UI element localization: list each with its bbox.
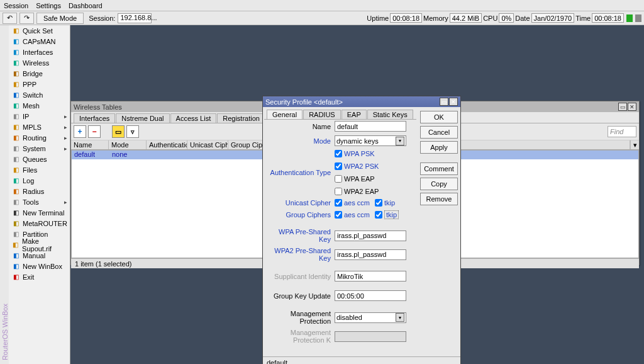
input-wpa2-psk[interactable]: [335, 249, 406, 260]
menu-settings[interactable]: Settings: [36, 2, 61, 9]
sidebar-item-make-supout.rif[interactable]: ◧Make Supout.rif: [9, 239, 70, 250]
tab-radius[interactable]: RADIUS: [303, 110, 341, 119]
cpu-label: CPU: [483, 14, 497, 22]
sidebar-item-files[interactable]: ◧Files: [9, 164, 70, 175]
th-auth[interactable]: Authenticatio...: [147, 140, 187, 149]
chevron-right-icon: ▸: [64, 113, 67, 120]
sidebar-item-wireless[interactable]: ◧Wireless: [9, 57, 70, 68]
tab-statickeys[interactable]: Static Keys: [367, 110, 413, 119]
label-mode: Mode: [267, 137, 335, 145]
sidebar-item-metarouter[interactable]: ◧MetaROUTER: [9, 218, 70, 229]
sidebar-item-radius[interactable]: ◧Radius: [9, 186, 70, 196]
menu-dashboard[interactable]: Dashboard: [69, 2, 103, 9]
tab-eap[interactable]: EAP: [341, 110, 367, 119]
session-box: Session: 192.168.8...: [89, 13, 152, 23]
sidebar-item-bridge[interactable]: ◧Bridge: [9, 68, 70, 79]
sidebar-item-interfaces[interactable]: ◧Interfaces: [9, 47, 70, 57]
tab-registration[interactable]: Registration: [217, 113, 265, 123]
ok-button[interactable]: OK: [420, 111, 458, 123]
safemode-button[interactable]: Safe Mode: [36, 13, 84, 24]
add-button[interactable]: +: [74, 125, 86, 138]
menu-session[interactable]: Session: [4, 2, 28, 9]
cell-mode: none: [109, 151, 147, 159]
chk-tkip-uc[interactable]: tkip: [375, 199, 395, 207]
chk-wpa-eap[interactable]: WPA EAP: [335, 175, 375, 183]
remove-button[interactable]: Remove: [420, 193, 458, 205]
sidebar-item-routing[interactable]: ◧Routing▸: [9, 132, 70, 143]
input-wpa-psk[interactable]: [335, 230, 406, 241]
time-label: Time: [575, 14, 591, 22]
sidebar-item-system[interactable]: ◧System▸: [9, 143, 70, 154]
input-name[interactable]: [335, 121, 406, 132]
sidebar-item-ip[interactable]: ◧IP▸: [9, 111, 70, 122]
date-value: Jan/02/1970: [531, 13, 575, 23]
remove-button[interactable]: −: [88, 125, 101, 138]
chk-aes-gc[interactable]: aes ccm: [335, 210, 370, 219]
chk-wpa2-eap[interactable]: WPA2 EAP: [335, 188, 379, 195]
sidebar-item-quick-set[interactable]: ◧Quick Set: [9, 25, 70, 36]
select-mode[interactable]: dynamic keys▾: [335, 135, 406, 146]
input-gku[interactable]: [335, 290, 406, 301]
label-uc: Unicast Cipher: [267, 199, 335, 207]
input-supp[interactable]: [335, 271, 406, 282]
chevron-right-icon: ▸: [64, 199, 67, 205]
tab-interfaces[interactable]: Interfaces: [74, 113, 115, 123]
sidebar-item-new-terminal[interactable]: ◧New Terminal: [9, 207, 70, 218]
tab-general[interactable]: General: [267, 110, 303, 119]
copy-button[interactable]: Copy: [420, 178, 458, 190]
sidebar-item-exit[interactable]: ◧Exit: [9, 271, 70, 282]
label-supp: Supplicant Identity: [267, 273, 335, 280]
dialog-title[interactable]: Security Profile <default> ▭ ✕: [263, 96, 460, 107]
date-label: Date: [515, 14, 530, 22]
sidebar-label: IP: [23, 113, 29, 120]
find-input[interactable]: Find: [608, 126, 636, 137]
th-mode[interactable]: Mode: [109, 140, 147, 149]
tab-accesslist[interactable]: Access List: [170, 113, 217, 123]
chk-wpa2-psk[interactable]: WPA2 PSK: [335, 162, 379, 170]
redo-button[interactable]: ↷: [19, 13, 34, 24]
sidebar-item-mesh[interactable]: ◧Mesh: [9, 100, 70, 111]
chk-aes-uc[interactable]: aes ccm: [335, 199, 370, 207]
select-mp[interactable]: disabled▾: [335, 312, 406, 323]
sidebar-icon: ◧: [11, 38, 20, 45]
tab-nstreme[interactable]: Nstreme Dual: [116, 113, 169, 123]
folder-button[interactable]: ▭: [112, 125, 125, 138]
sidebar-item-switch[interactable]: ◧Switch: [9, 89, 70, 100]
sidebar-item-ppp[interactable]: ◧PPP: [9, 79, 70, 89]
sidebar-item-log[interactable]: ◧Log: [9, 175, 70, 186]
cancel-button[interactable]: Cancel: [420, 126, 458, 139]
sidebar-label: Exit: [23, 273, 34, 281]
close-icon[interactable]: ✕: [628, 103, 636, 111]
sidebar-item-mpls[interactable]: ◧MPLS▸: [9, 122, 70, 132]
sidebar-item-capsman[interactable]: ◧CAPsMAN: [9, 36, 70, 47]
minimize-icon[interactable]: ▭: [618, 103, 627, 111]
session-value[interactable]: 192.168.8...: [118, 13, 152, 23]
dialog-main: General RADIUS EAP Static Keys Name Mode…: [263, 107, 418, 356]
apply-button[interactable]: Apply: [420, 141, 458, 154]
sidebar-icon: ◧: [11, 91, 20, 99]
label-gc: Group Ciphers: [267, 211, 335, 219]
sidebar-item-new-winbox[interactable]: ◧New WinBox: [9, 261, 70, 271]
close-icon[interactable]: ✕: [449, 98, 458, 106]
sidebar-label: Queues: [23, 156, 47, 163]
filter-button[interactable]: ▿: [126, 125, 139, 138]
chk-tkip-gc[interactable]: tkip: [375, 210, 399, 219]
column-dropdown[interactable]: ▾: [630, 140, 639, 149]
sidebar-icon: ◧: [11, 134, 20, 142]
sidebar-icon: ◧: [11, 113, 20, 120]
filter-icon: ▿: [131, 128, 135, 136]
cpu-value: 0%: [499, 13, 514, 23]
sidebar-icon: ◧: [11, 198, 20, 206]
sidebar-item-queues[interactable]: ◧Queues: [9, 154, 70, 164]
minimize-icon[interactable]: ▭: [440, 98, 448, 106]
comment-button[interactable]: Comment: [420, 162, 458, 175]
undo-button[interactable]: ↶: [3, 13, 17, 24]
sidebar-item-tools[interactable]: ◧Tools▸: [9, 196, 70, 207]
sidebar-icon: ◧: [11, 188, 20, 195]
sidebar-label: MPLS: [23, 123, 42, 131]
chk-wpa-psk[interactable]: WPA PSK: [335, 150, 375, 157]
redo-icon: ↷: [24, 14, 30, 22]
sidebar-label: Radius: [23, 188, 44, 195]
th-name[interactable]: Name: [71, 140, 109, 149]
th-uc[interactable]: Unicast Cipher: [187, 140, 228, 149]
